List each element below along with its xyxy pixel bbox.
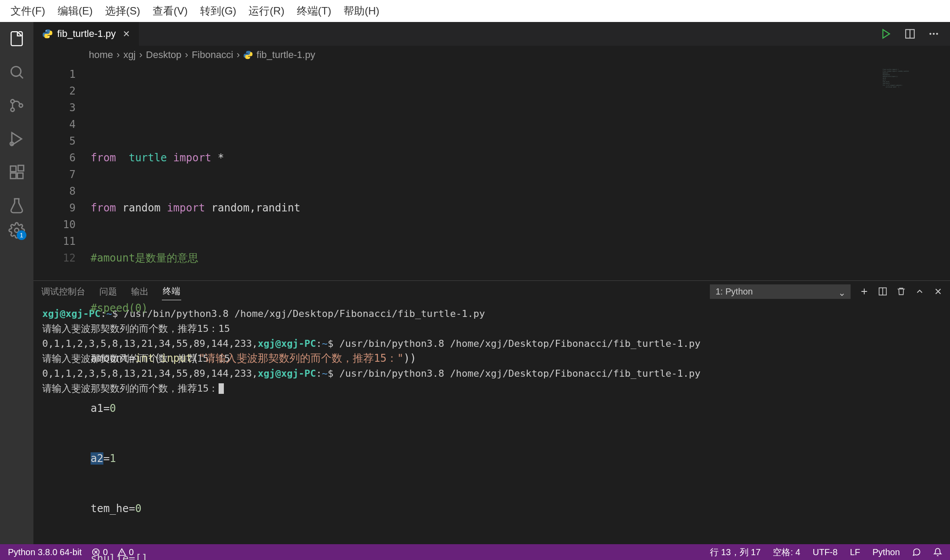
testing-icon[interactable] — [8, 197, 26, 215]
svg-point-2 — [11, 108, 15, 112]
menu-selection[interactable]: 选择(S) — [99, 3, 146, 19]
extensions-icon[interactable] — [8, 164, 26, 181]
run-debug-icon[interactable] — [8, 130, 26, 148]
svg-point-11 — [48, 36, 49, 37]
python-file-icon — [243, 50, 253, 60]
menu-go[interactable]: 转到(G) — [194, 3, 243, 19]
settings-gear-icon[interactable]: 1 — [8, 222, 26, 239]
svg-point-0 — [11, 66, 21, 76]
editor-tabs: fib_turtle-1.py ✕ — [33, 22, 950, 46]
svg-point-3 — [19, 104, 23, 107]
svg-rect-6 — [11, 173, 16, 179]
menu-run[interactable]: 运行(R) — [242, 3, 290, 19]
chevron-right-icon: › — [237, 49, 240, 61]
code-content[interactable]: from turtle import * from random import … — [91, 66, 950, 280]
close-icon[interactable]: ✕ — [123, 29, 130, 39]
menubar: 文件(F) 编辑(E) 选择(S) 查看(V) 转到(G) 运行(R) 终端(T… — [0, 0, 950, 22]
crumb-desktop[interactable]: Desktop — [146, 49, 182, 61]
tab-fib-turtle[interactable]: fib_turtle-1.py ✕ — [33, 22, 139, 46]
svg-rect-5 — [11, 166, 16, 172]
svg-point-10 — [46, 30, 47, 31]
run-file-icon[interactable] — [881, 28, 892, 40]
menu-edit[interactable]: 编辑(E) — [51, 3, 99, 19]
svg-rect-8 — [18, 165, 24, 171]
svg-point-14 — [933, 33, 935, 35]
svg-point-15 — [936, 33, 938, 35]
menu-help[interactable]: 帮助(H) — [337, 3, 385, 19]
python-file-icon — [42, 29, 53, 39]
svg-point-13 — [929, 33, 931, 35]
crumb-home[interactable]: home — [89, 49, 113, 61]
editor-area: fib_turtle-1.py ✕ home › xgj › Desktop — [33, 22, 950, 544]
chevron-right-icon: › — [117, 49, 120, 61]
tab-label: fib_turtle-1.py — [57, 28, 116, 40]
menu-terminal[interactable]: 终端(T) — [291, 3, 338, 19]
chevron-right-icon: › — [185, 49, 188, 61]
chevron-down-icon: ⌄ — [838, 287, 846, 298]
chevron-right-icon: › — [139, 49, 142, 61]
breadcrumb: home › xgj › Desktop › Fibonacci › fib_t… — [33, 46, 950, 66]
svg-rect-7 — [18, 173, 23, 179]
search-icon[interactable] — [8, 63, 26, 81]
split-editor-icon[interactable] — [904, 28, 916, 40]
line-gutter: 1 2 3 4 5 6 7 8 9 10 11 12 — [33, 66, 91, 280]
source-control-icon[interactable] — [8, 97, 26, 114]
svg-point-1 — [11, 100, 15, 103]
crumb-filename[interactable]: fib_turtle-1.py — [256, 49, 315, 61]
more-actions-icon[interactable] — [928, 28, 939, 40]
crumb-xgj[interactable]: xgj — [123, 49, 135, 61]
minimap[interactable]: from turtle import * from random import … — [880, 66, 950, 280]
terminal-selector[interactable]: 1: Python ⌄ — [710, 284, 851, 299]
settings-badge: 1 — [17, 230, 26, 240]
code-editor[interactable]: 1 2 3 4 5 6 7 8 9 10 11 12 from turtle i… — [33, 66, 950, 280]
explorer-icon[interactable] — [8, 30, 26, 47]
activity-bar: 1 — [0, 22, 33, 544]
status-python-version[interactable]: Python 3.8.0 64-bit — [8, 547, 82, 557]
menu-view[interactable]: 查看(V) — [146, 3, 194, 19]
crumb-fibonacci[interactable]: Fibonacci — [192, 49, 233, 61]
panel-tab-debug-console[interactable]: 调试控制台 — [40, 283, 86, 300]
menu-file[interactable]: 文件(F) — [4, 3, 51, 19]
